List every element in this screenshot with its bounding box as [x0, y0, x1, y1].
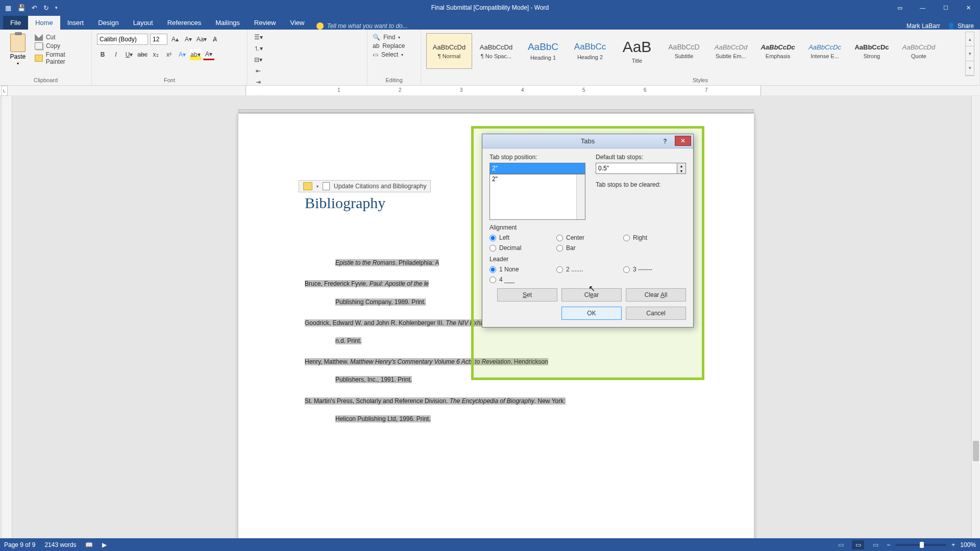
style-title[interactable]: AaBTitle — [614, 33, 660, 69]
bold-button[interactable]: B — [97, 49, 108, 60]
superscript-button[interactable]: x² — [163, 49, 175, 60]
undo-icon[interactable]: ↶ — [32, 4, 37, 12]
cut-button[interactable]: Cut — [35, 34, 86, 41]
underline-button[interactable]: U▾ — [124, 49, 135, 60]
tab-mailings[interactable]: Mailings — [208, 16, 247, 30]
ok-button[interactable]: OK — [561, 307, 622, 320]
font-name-combo[interactable]: Calibri (Body) — [97, 34, 148, 45]
style-emphasis[interactable]: AaBbCcDcEmphasis — [755, 33, 801, 69]
zoom-in-icon[interactable]: + — [951, 541, 955, 548]
paste-button[interactable]: Paste ▾ — [5, 32, 31, 76]
tab-file[interactable]: File — [3, 16, 28, 30]
find-button[interactable]: 🔍Find▾ — [373, 34, 415, 41]
spinner-down-icon[interactable]: ▼ — [677, 168, 685, 173]
print-layout-icon[interactable]: ▭ — [852, 540, 864, 549]
save-icon[interactable]: 💾 — [17, 4, 26, 12]
format-painter-button[interactable]: Format Painter — [35, 51, 86, 65]
scrollbar-thumb[interactable] — [973, 441, 979, 461]
page-status[interactable]: Page 9 of 9 — [4, 541, 35, 548]
help-icon[interactable]: ? — [657, 138, 673, 145]
close-icon[interactable]: ✕ — [957, 0, 980, 15]
clear-button[interactable]: Clear — [561, 288, 622, 302]
change-case-button[interactable]: Aa▾ — [196, 34, 207, 45]
minimize-icon[interactable]: — — [911, 0, 934, 15]
tab-insert[interactable]: Insert — [60, 16, 91, 30]
spelling-icon[interactable]: 📖 — [85, 541, 93, 548]
shrink-font-button[interactable]: A▾ — [183, 34, 194, 45]
style-strong[interactable]: AaBbCcDcStrong — [849, 33, 895, 69]
zoom-level[interactable]: 100% — [960, 541, 976, 548]
tab-review[interactable]: Review — [247, 16, 283, 30]
radio-leader-2[interactable]: 2 ....... — [556, 266, 619, 273]
style-heading-2[interactable]: AaBbCcHeading 2 — [567, 33, 613, 69]
tab-selector[interactable]: L — [1, 86, 8, 96]
chevron-up-icon[interactable]: ▴ — [966, 32, 974, 46]
tab-references[interactable]: References — [160, 16, 208, 30]
tabstop-list[interactable]: 2" — [489, 174, 585, 220]
chevron-down-icon[interactable]: ▾ — [966, 46, 974, 61]
maximize-icon[interactable]: ☐ — [934, 0, 957, 15]
share-button[interactable]: 👤 Share — [947, 22, 974, 30]
radio-bar[interactable]: Bar — [556, 244, 619, 252]
italic-button[interactable]: I — [110, 49, 121, 60]
styles-gallery[interactable]: AaBbCcDd¶ NormalAaBbCcDd¶ No Spac...AaBb… — [426, 32, 965, 76]
zoom-slider[interactable] — [895, 544, 946, 546]
style---no-spac---[interactable]: AaBbCcDd¶ No Spac... — [473, 33, 519, 69]
highlight-button[interactable]: ab▾ — [190, 49, 201, 60]
strikethrough-button[interactable]: abc — [137, 49, 148, 60]
tab-home[interactable]: Home — [28, 16, 60, 30]
radio-leader-3[interactable]: 3 ------- — [623, 266, 686, 273]
clear-formatting-button[interactable]: A̷ — [209, 34, 220, 45]
more-icon[interactable]: ▾ — [966, 61, 974, 76]
dialog-close-icon[interactable]: ✕ — [675, 136, 691, 146]
default-tabs-spinner[interactable]: ▲▼ — [596, 163, 686, 174]
tell-me-search[interactable]: Tell me what you want to do... — [316, 22, 407, 30]
cancel-button[interactable]: Cancel — [626, 307, 686, 320]
style-intense-e---[interactable]: AaBbCcDcIntense E... — [802, 33, 848, 69]
radio-leader-4[interactable]: 4 ___ — [489, 276, 552, 283]
ribbon-options-icon[interactable]: ▭ — [888, 0, 911, 15]
style-quote[interactable]: AaBbCcDdQuote — [896, 33, 942, 69]
font-color-button[interactable]: A▾ — [203, 49, 214, 60]
select-button[interactable]: ▭Select▾ — [373, 51, 415, 58]
replace-button[interactable]: abReplace — [373, 42, 415, 49]
vertical-ruler[interactable] — [2, 96, 12, 538]
copy-button[interactable]: Copy — [35, 42, 86, 49]
radio-center[interactable]: Center — [556, 234, 619, 241]
macro-icon[interactable]: ▶ — [102, 541, 107, 548]
default-tabs-input[interactable] — [596, 163, 677, 174]
tabstop-input[interactable] — [489, 163, 585, 174]
zoom-out-icon[interactable]: − — [887, 541, 890, 548]
multilevel-button[interactable]: ⊟▾ — [253, 54, 264, 65]
dialog-titlebar[interactable]: Tabs ? ✕ — [482, 134, 693, 148]
grow-font-button[interactable]: A▴ — [169, 34, 181, 45]
style-subtle-em---[interactable]: AaBbCcDdSubtle Em... — [708, 33, 754, 69]
set-button[interactable]: Set — [497, 288, 557, 302]
list-item[interactable]: 2" — [492, 176, 498, 183]
tab-view[interactable]: View — [283, 16, 311, 30]
numbering-button[interactable]: ⒈▾ — [253, 43, 264, 54]
radio-leader-1[interactable]: 1 None — [489, 266, 552, 273]
web-layout-icon[interactable]: ▭ — [869, 540, 881, 549]
read-mode-icon[interactable]: ▭ — [835, 540, 847, 549]
radio-decimal[interactable]: Decimal — [489, 244, 552, 252]
qat-more-icon[interactable]: ▾ — [55, 5, 58, 10]
subscript-button[interactable]: x₂ — [150, 49, 161, 60]
vertical-scrollbar[interactable] — [971, 96, 980, 538]
style---normal[interactable]: AaBbCcDd¶ Normal — [426, 33, 472, 69]
text-effects-button[interactable]: A▾ — [177, 49, 188, 60]
horizontal-ruler[interactable]: 1234567 — [8, 86, 980, 95]
user-name[interactable]: Mark LaBarr — [906, 22, 940, 30]
tab-design[interactable]: Design — [91, 16, 126, 30]
clear-all-button[interactable]: Clear All — [626, 288, 686, 302]
style-heading-1[interactable]: AaBbCHeading 1 — [520, 33, 566, 69]
tab-layout[interactable]: Layout — [126, 16, 160, 30]
spinner-up-icon[interactable]: ▲ — [677, 163, 685, 168]
radio-right[interactable]: Right — [623, 234, 686, 241]
redo-icon[interactable]: ↻ — [43, 4, 49, 12]
decrease-indent-button[interactable]: ⇤ — [253, 65, 264, 77]
font-size-combo[interactable]: 12 — [150, 34, 167, 45]
list-scrollbar[interactable] — [576, 174, 585, 219]
bullets-button[interactable]: ☰▾ — [253, 32, 264, 43]
style-subtitle[interactable]: AaBbCcDSubtitle — [661, 33, 707, 69]
